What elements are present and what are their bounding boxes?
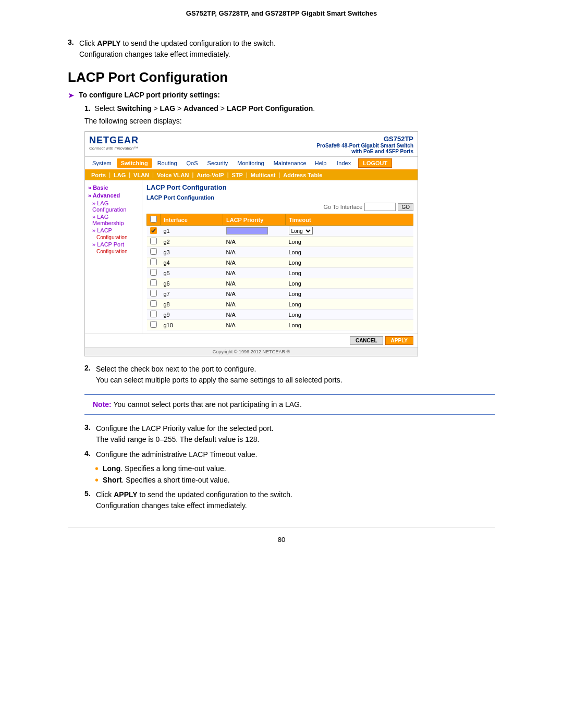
cell-priority [223,226,286,237]
ng-sidebar: » Basic » Advanced » LAG Configuration »… [85,180,142,334]
subnav-stp[interactable]: STP [228,171,246,179]
subnav-address-table[interactable]: Address Table [280,171,325,179]
ng-logo-text: NETGEAR [89,135,139,146]
sidebar-lag-membership[interactable]: » LAG Membership [92,214,139,226]
th-interface: Interface [161,214,223,226]
screenshot-frame: NETGEAR Connect with Innovation™ GS752TP… [84,131,418,356]
note-text: Note: You cannot select ports that are n… [93,400,302,409]
subnav-multicast[interactable]: Multicast [248,171,279,179]
ng-sub-section-title: LACP Port Configuration [146,194,413,201]
subnav-vlan[interactable]: VLAN [130,171,152,179]
priority-input[interactable] [226,227,268,235]
bullet-short-text: Short. Specifies a short time-out value. [103,476,230,484]
cell-priority: N/A [223,237,286,247]
cell-priority: N/A [223,289,286,299]
cell-interface: g4 [161,257,223,268]
to-configure-row: ➤ To configure LACP port priority settin… [68,91,495,100]
ng-lacp-table: Interface LACP Priority Timeout g1LongSh… [146,214,413,330]
cell-priority: N/A [223,299,286,310]
nav-system[interactable]: System [88,158,116,168]
step5-text: Click APPLY to send the updated configur… [96,489,292,511]
doc-title: GS752TP, GS728TP, and GS728TPP Gigabit S… [186,9,377,17]
subnav-voice-vlan[interactable]: Voice VLAN [154,171,192,179]
nav-right: Help Index LOGOUT [312,158,393,168]
nav-routing[interactable]: Routing [153,158,181,168]
cell-timeout: Long [286,247,413,257]
cell-interface: g5 [161,268,223,278]
row-checkbox[interactable] [150,258,157,265]
ng-sub-nav: Ports | LAG | VLAN | Voice VLAN | Auto-V… [85,170,418,180]
cell-timeout: Long [286,320,413,330]
intro-step-text: Click APPLY to send the updated configur… [79,38,276,60]
sidebar-lacp-sub[interactable]: Configuration [96,235,139,240]
step4-text: Configure the administrative LACP Timeou… [96,449,257,460]
row-checkbox[interactable] [150,227,157,234]
ng-model-info: GS752TP ProSafe® 48-Port Gigabit Smart S… [316,135,413,154]
nav-index[interactable]: Index [334,159,354,167]
intro-step-num: 3. [68,38,79,46]
ng-logo-sub: Connect with Innovation™ [89,146,139,151]
nav-logout[interactable]: LOGOUT [358,158,392,168]
sidebar-lacp[interactable]: » LACP [92,227,139,233]
row-checkbox[interactable] [150,279,157,286]
sidebar-lacp-port[interactable]: » LACP Port [92,241,139,248]
ng-goto-input[interactable] [364,203,396,211]
cell-timeout: Long [286,310,413,320]
cancel-button[interactable]: CANCEL [350,336,383,345]
subnav-auto-voip[interactable]: Auto-VoIP [193,171,227,179]
table-row: g9N/ALong [147,310,413,320]
cell-priority: N/A [223,310,286,320]
apply-button[interactable]: APPLY [385,336,413,345]
row-checkbox[interactable] [150,300,157,307]
nav-monitoring[interactable]: Monitoring [233,158,268,168]
arrow-icon: ➤ [68,91,75,100]
cell-interface: g8 [161,299,223,310]
nav-switching[interactable]: Switching [117,158,152,168]
cell-priority: N/A [223,320,286,330]
th-check [147,214,161,226]
nav-qos[interactable]: QoS [182,158,202,168]
cell-timeout: Long [286,289,413,299]
step3-text: Configure the LACP Priority value for th… [96,423,274,445]
sidebar-lacp-port-sub[interactable]: Configuration [96,249,139,254]
cell-timeout: Long [286,278,413,289]
ng-goto-button[interactable]: GO [398,203,413,211]
ng-model-desc: ProSafe® 48-Port Gigabit Smart Switch [316,143,413,149]
table-row: g8N/ALong [147,299,413,310]
timeout-select[interactable]: LongShort [289,227,313,235]
ng-top-bar: NETGEAR Connect with Innovation™ GS752TP… [85,132,418,157]
row-checkbox[interactable] [150,311,157,317]
section-title: LACP Port Configuration [68,69,495,85]
sidebar-basic[interactable]: » Basic [88,184,139,191]
ng-section-title: LACP Port Configuration [146,183,413,191]
row-checkbox[interactable] [150,269,157,276]
row-checkbox[interactable] [150,290,157,297]
ng-main: » Basic » Advanced » LAG Configuration »… [85,180,418,334]
sub-step-num-1: 1. [84,104,91,113]
subnav-lag[interactable]: LAG [111,171,129,179]
row-checkbox[interactable] [150,248,157,255]
cell-priority: N/A [223,257,286,268]
subnav-ports[interactable]: Ports [88,171,109,179]
sub-step-text-1: Select Switching > LAG > Advanced > LACP… [95,104,315,113]
to-configure-label: To configure LACP port priority settings… [79,91,220,99]
step-5: 5. Click APPLY to send the updated confi… [84,489,495,511]
cell-priority: N/A [223,247,286,257]
ng-goto-row: Go To Interface GO [146,203,413,211]
table-row: g6N/ALong [147,278,413,289]
select-all-checkbox[interactable] [150,216,157,223]
nav-security[interactable]: Security [203,158,232,168]
cell-interface: g10 [161,320,223,330]
th-timeout: Timeout [286,214,413,226]
table-row: g4N/ALong [147,257,413,268]
ng-goto-label: Go To Interface [323,204,362,210]
step2-text: Select the check box next to the port to… [96,364,342,386]
sidebar-lag-config[interactable]: » LAG Configuration [92,200,139,213]
bullet-dot-2: • [95,475,99,485]
nav-maintenance[interactable]: Maintenance [270,158,311,168]
sidebar-advanced[interactable]: » Advanced [88,192,139,199]
sub-step-1: 1. Select Switching > LAG > Advanced > L… [84,104,495,113]
nav-help[interactable]: Help [312,159,330,167]
row-checkbox[interactable] [150,238,157,244]
row-checkbox[interactable] [150,321,157,328]
